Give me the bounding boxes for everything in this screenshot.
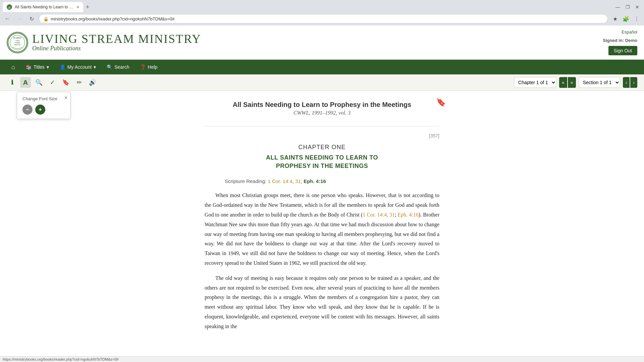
- book-main-title: All Saints Needing to Learn to Prophesy …: [205, 101, 439, 109]
- highlight-button[interactable]: ✏: [74, 77, 85, 88]
- scripture-link-1cor1431[interactable]: 31: [295, 178, 301, 184]
- font-size-icon: A: [23, 79, 28, 86]
- tab-title: All Saints Needing to Learn to P...: [15, 5, 74, 9]
- logo-seal: IN CHRIST LIVING STREAM MINISTRY: [7, 32, 28, 53]
- menu-button[interactable]: ⋮: [632, 14, 641, 23]
- tab-close-button[interactable]: ×: [76, 4, 79, 10]
- maximize-button[interactable]: ❐: [624, 4, 632, 10]
- bookmark-button[interactable]: 🔖: [60, 77, 71, 88]
- chapter-heading: CHAPTER ONE: [205, 144, 439, 151]
- zoom-icon: 🔍: [35, 79, 43, 86]
- home-nav-item[interactable]: ⌂: [7, 60, 20, 74]
- check-button[interactable]: ✓: [47, 77, 58, 88]
- font-decrease-button[interactable]: −: [22, 105, 33, 115]
- svg-text:IN CHRIST: IN CHRIST: [13, 37, 22, 39]
- account-chevron-icon: ▾: [94, 64, 96, 70]
- content-divider: [205, 126, 439, 126]
- search-label: Search: [114, 64, 129, 70]
- language-link[interactable]: Español: [622, 29, 637, 35]
- my-account-label: My Account: [67, 64, 92, 70]
- scripture-link-1cor144[interactable]: 1 Cor. 14:4: [268, 178, 292, 184]
- signed-in-label: Signed in: Demo: [603, 38, 637, 43]
- status-bar: https://ministrybooks.org/books/reader.p…: [0, 356, 644, 357]
- titles-label: Titles: [34, 64, 45, 70]
- info-icon: ℹ: [11, 79, 13, 86]
- font-size-controls: − +: [22, 105, 65, 115]
- chapter-title: ALL SAINTS NEEDING TO LEARN TO PROPHESY …: [205, 154, 439, 170]
- refresh-button[interactable]: ↻: [27, 14, 36, 23]
- header-right: Español Signed in: Demo Sign Out: [603, 29, 637, 55]
- zoom-button[interactable]: 🔍: [34, 77, 44, 88]
- section-selector[interactable]: Section 1 of 1: [579, 77, 620, 88]
- lock-icon: 🔒: [43, 16, 49, 21]
- titles-book-icon: 📚: [26, 64, 32, 70]
- url-text: ministrybooks.org/books/reader.php?cid=n…: [51, 16, 174, 21]
- help-nav-item[interactable]: ❓ Help: [136, 60, 162, 74]
- help-icon: ❓: [140, 64, 146, 70]
- new-tab-button[interactable]: +: [83, 4, 92, 11]
- bookmark-icon: 🔖: [62, 79, 69, 86]
- logo-sub-text: Online Publications: [32, 45, 201, 52]
- font-popup-close-button[interactable]: ×: [64, 95, 67, 101]
- section-next-button[interactable]: ›: [630, 77, 637, 88]
- logo-text: LIVING STREAM MINISTRY Online Publicatio…: [32, 33, 201, 52]
- address-bar[interactable]: 🔒 ministrybooks.org/books/reader.php?cid…: [39, 14, 608, 23]
- scripture-sep-1: ,: [292, 178, 295, 184]
- sign-out-button[interactable]: Sign Out: [608, 46, 637, 55]
- svg-text:MINISTRY: MINISTRY: [14, 44, 21, 46]
- search-nav-item[interactable]: 🔍 Search: [102, 60, 134, 74]
- book-subtitle: CWWL, 1991–1992, vol. 3: [205, 110, 439, 116]
- chapter-prev-double-button[interactable]: «: [559, 77, 567, 88]
- signed-in-info: Signed in: Demo: [603, 37, 637, 43]
- tab-bar: ⛪ All Saints Needing to Learn to P... × …: [0, 0, 644, 12]
- highlight-icon: ✏: [77, 79, 82, 86]
- scripture-sep-2: ;: [301, 178, 304, 184]
- inline-link-eph416-p1[interactable]: Eph. 4:16: [398, 212, 419, 218]
- chapter-nav-arrows: « »: [559, 77, 576, 88]
- home-icon: ⌂: [11, 64, 15, 71]
- chapter-title-line2: PROPHESY IN THE MEETINGS: [205, 162, 439, 170]
- active-tab: ⛪ All Saints Needing to Learn to P... ×: [3, 2, 83, 12]
- bookmarks-star-button[interactable]: ★: [610, 14, 620, 23]
- back-button[interactable]: ←: [3, 14, 12, 23]
- scripture-label: Scripture Reading:: [225, 178, 266, 184]
- info-button[interactable]: ℹ: [7, 77, 17, 88]
- page-number: [357]: [205, 133, 439, 138]
- scripture-link-eph416[interactable]: Eph. 4:16: [304, 178, 326, 184]
- account-person-icon: 👤: [60, 64, 65, 70]
- site-logo: IN CHRIST LIVING STREAM MINISTRY LIVING …: [7, 32, 201, 53]
- minimize-button[interactable]: —: [613, 4, 622, 10]
- tab-controls: — ❐ ✕: [613, 4, 641, 10]
- reader-content: 🔖 All Saints Needing to Learn to Prophes…: [191, 91, 453, 357]
- close-window-button[interactable]: ✕: [633, 4, 641, 10]
- search-icon: 🔍: [107, 64, 112, 70]
- audio-button[interactable]: 🔊: [87, 77, 98, 88]
- svg-text:STREAM: STREAM: [15, 42, 21, 44]
- scripture-reading: Scripture Reading: 1 Cor. 14:4, 31; Eph.…: [225, 178, 419, 184]
- body-paragraph-1: When most Christian groups meet, there i…: [205, 191, 439, 268]
- body-paragraph-2: The old way of meeting is easy because i…: [205, 274, 439, 331]
- section-prev-button[interactable]: ‹: [623, 77, 630, 88]
- titles-nav-item[interactable]: 📚 Titles ▾: [21, 60, 54, 74]
- reader-toolbar: ℹ A 🔍 ✓ 🔖 ✏ 🔊 Change Font Size × − + Cha…: [0, 74, 644, 91]
- extensions-button[interactable]: 🧩: [621, 14, 631, 23]
- site-header: IN CHRIST LIVING STREAM MINISTRY LIVING …: [0, 25, 644, 60]
- browser-actions: ★ 🧩 ⋮: [610, 14, 641, 23]
- audio-icon: 🔊: [89, 79, 96, 86]
- font-size-button[interactable]: A: [20, 77, 31, 88]
- section-nav-arrows: ‹ ›: [623, 77, 637, 88]
- titles-chevron-icon: ▾: [47, 64, 49, 70]
- navigation-bar: ⌂ 📚 Titles ▾ 👤 My Account ▾ 🔍 Search ❓ H…: [0, 60, 644, 74]
- tab-favicon: ⛪: [7, 4, 12, 10]
- inline-link-1cor14[interactable]: 1 Cor. 14:4, 31: [363, 212, 395, 218]
- svg-text:LIVING: LIVING: [15, 40, 19, 42]
- chapter-selector[interactable]: Chapter 1 of 1: [514, 77, 556, 88]
- check-icon: ✓: [50, 79, 55, 86]
- font-increase-button[interactable]: +: [35, 105, 45, 115]
- help-label: Help: [148, 64, 158, 70]
- my-account-nav-item[interactable]: 👤 My Account ▾: [55, 60, 101, 74]
- chapter-next-double-button[interactable]: »: [568, 77, 576, 88]
- forward-button[interactable]: →: [15, 14, 24, 23]
- page-bookmark[interactable]: 🔖: [436, 98, 446, 107]
- font-size-popup: Change Font Size × − +: [17, 92, 70, 119]
